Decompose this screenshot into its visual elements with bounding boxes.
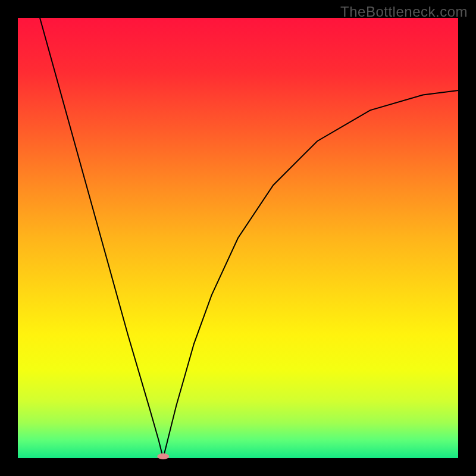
chart-frame: TheBottleneck.com bbox=[0, 0, 476, 476]
watermark-text: TheBottleneck.com bbox=[340, 4, 468, 20]
minimum-marker bbox=[157, 453, 169, 459]
bottleneck-chart bbox=[0, 0, 476, 476]
